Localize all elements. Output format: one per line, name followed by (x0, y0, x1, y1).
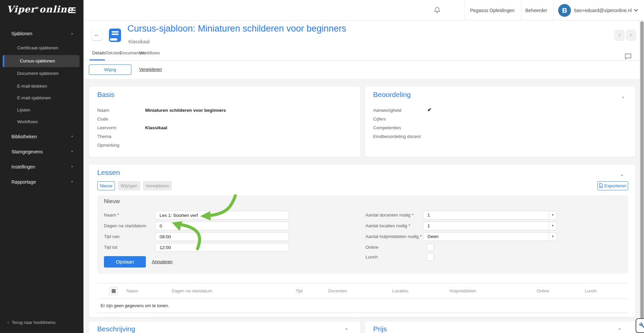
nieuw-button[interactable]: Nieuw (97, 181, 115, 190)
lessen-title: Lessen (97, 169, 120, 177)
beschrijving-title: Beschrijving (97, 325, 135, 333)
comments-icon[interactable] (624, 53, 632, 60)
sidebar-item-workflows[interactable]: Workflows (0, 116, 83, 128)
basis-value-naam: Miniaturen schilderen voor beginners (145, 108, 226, 113)
prijs-card: Prijs ▲ (365, 322, 635, 333)
scrollbar-thumb[interactable] (640, 21, 644, 331)
basis-label-naam: Naam (97, 108, 109, 113)
tijd-van-input[interactable] (155, 232, 289, 241)
verwijderen-link[interactable]: Verwijderen (139, 67, 162, 72)
basis-label-code: Code (97, 116, 108, 122)
collapse-caret-icon[interactable]: ▲ (622, 95, 625, 99)
tijd-tot-input[interactable] (155, 243, 289, 252)
col-naam[interactable]: Naam (126, 283, 138, 298)
tab-workflows[interactable]: Workflows (139, 50, 160, 55)
basis-title: Basis (97, 91, 114, 99)
sidebar-item-bibliotheken[interactable]: Bibliotheken ▼ (0, 131, 83, 143)
select-all-checkbox[interactable] (110, 287, 118, 295)
sidebar-item-stamgegevens[interactable]: Stamgegevens ▼ (0, 146, 83, 158)
docenten-select[interactable]: 1 ▼ (423, 211, 557, 220)
hamburger-menu-icon[interactable] (68, 7, 76, 13)
sidebar-item-cursus-sjablonen[interactable]: Cursus-sjablonen (3, 55, 79, 67)
hulpmiddelen-select[interactable]: Geen ▼ (423, 232, 557, 241)
exporteren-button[interactable]: x Exporteren (597, 181, 628, 190)
beoordeling-title: Beoordeling (373, 91, 411, 99)
topbar-divider (464, 0, 465, 20)
user-email[interactable]: bas+eduard@viperonline.nl (574, 8, 632, 13)
caret-up-icon: ▲ (71, 28, 73, 40)
back-to-main-menu-link[interactable]: ‹Terug naar hoofdmenu (7, 320, 55, 325)
new-lesson-form: Nieuw Naam * Dagen na startdatum Tijd va… (97, 195, 628, 274)
lessons-table: Naam Dagen na startdatum Tijd Docenten L… (97, 283, 628, 313)
naam-label: Naam * (104, 212, 119, 218)
naam-input[interactable] (155, 211, 289, 220)
lunch-checkbox[interactable] (426, 253, 434, 261)
organization-name[interactable]: Pegasus Opleidingen (470, 8, 515, 13)
dropdown-arrow-icon[interactable]: ▼ (549, 233, 557, 241)
table-divider (97, 313, 628, 313)
sidebar-item-certificaat-sjablonen[interactable]: Certificaat-sjablonen (0, 42, 83, 54)
basis-label-opmerking: Opmerking (97, 143, 119, 148)
collapse-caret-icon[interactable]: ▲ (618, 327, 621, 330)
sidebar-item-rapportage[interactable]: Rapportage ▼ (0, 176, 83, 188)
col-hulpmiddelen[interactable]: Hulpmiddelen (450, 283, 476, 298)
basis-label-leervorm: Leervorm (97, 125, 116, 130)
feedback-wrench-button[interactable] (636, 318, 644, 333)
col-docenten[interactable]: Docenten (328, 283, 347, 298)
page-title: Cursus-sjabloon: Miniaturen schilderen v… (127, 23, 346, 34)
tijd-van-label: Tijd van (104, 234, 120, 239)
col-lunch[interactable]: Lunch (585, 283, 596, 298)
dagen-input[interactable] (155, 222, 289, 230)
basis-label-thema: Thema (97, 134, 111, 139)
user-avatar[interactable]: B (558, 4, 571, 17)
back-button[interactable]: ← (92, 30, 102, 40)
wijzig-button[interactable]: Wijzig (89, 64, 131, 75)
next-page-button[interactable]: › (626, 30, 636, 40)
basis-value-leervorm: Klassikaal (145, 125, 167, 130)
verwijderen-button-disabled[interactable]: Verwijderen (143, 181, 172, 190)
beoordeling-card: Beoordeling ▲ Aanwezigheid ✔ Cijfers Com… (365, 87, 635, 157)
chevron-left-icon: ‹ (7, 320, 9, 325)
app-logo[interactable]: Viper®online (7, 4, 73, 14)
online-checkbox[interactable] (426, 244, 434, 251)
dropdown-arrow-icon[interactable]: ▼ (549, 211, 557, 219)
caret-down-icon: ▼ (71, 131, 73, 143)
wrench-icon (639, 322, 644, 328)
checkmark-icon: ✔ (427, 107, 432, 113)
beoordeling-label-eindbeoordeling: Eindbeoordeling docent (373, 134, 421, 139)
tab-teksten[interactable]: Teksten (106, 50, 121, 55)
topbar: Pegasus Opleidingen Beheerder B bas+edua… (83, 0, 644, 20)
table-divider (97, 298, 628, 299)
svg-text:x: x (600, 185, 601, 187)
col-dagen-na-startdatum[interactable]: Dagen na startdatum (172, 283, 212, 298)
sidebar-item-instellingen[interactable]: Instellingen ▼ (0, 161, 83, 173)
sidebar-item-sjablonen[interactable]: Sjablonen ▲ (0, 28, 83, 40)
sidebar-item-email-blokken[interactable]: E-mail-blokken (0, 80, 83, 92)
chevron-left-icon: ‹ (619, 31, 621, 38)
annuleren-link[interactable]: Annuleren (152, 259, 173, 264)
collapse-caret-icon[interactable]: ▲ (621, 173, 624, 177)
online-label: Online (365, 245, 378, 250)
opslaan-button[interactable]: Opslaan (104, 256, 146, 268)
collapse-caret-icon[interactable]: ▲ (345, 327, 348, 330)
sidebar-item-email-sjablonen[interactable]: E-mail-sjablonen (0, 92, 83, 104)
sidebar-item-lijsten[interactable]: Lijsten (0, 104, 83, 116)
beoordeling-label-cijfers: Cijfers (373, 116, 386, 122)
notifications-bell-icon[interactable] (433, 6, 441, 14)
excel-file-icon: x (599, 183, 603, 188)
lunch-label: Lunch (365, 254, 378, 259)
docenten-label: Aantal docenten nodig * (365, 212, 413, 218)
account-chevron-down-icon[interactable] (634, 9, 638, 12)
locaties-select[interactable]: 1 ▼ (423, 222, 557, 230)
prev-page-button[interactable]: ‹ (614, 30, 625, 40)
tab-details[interactable]: Details (92, 50, 106, 55)
col-online[interactable]: Online (537, 283, 549, 298)
user-role[interactable]: Beheerder (525, 8, 547, 13)
wijzigen-button-disabled[interactable]: Wijzigen (118, 181, 140, 190)
dropdown-arrow-icon[interactable]: ▼ (549, 222, 557, 230)
col-locaties[interactable]: Locaties (392, 283, 408, 298)
sidebar-item-document-sjablonen[interactable]: Document-sjablonen (0, 67, 83, 80)
sidebar: Viper®online Sjablonen ▲ Certificaat-sja… (0, 0, 83, 333)
tabs-divider (83, 60, 644, 61)
col-tijd[interactable]: Tijd (296, 283, 302, 298)
